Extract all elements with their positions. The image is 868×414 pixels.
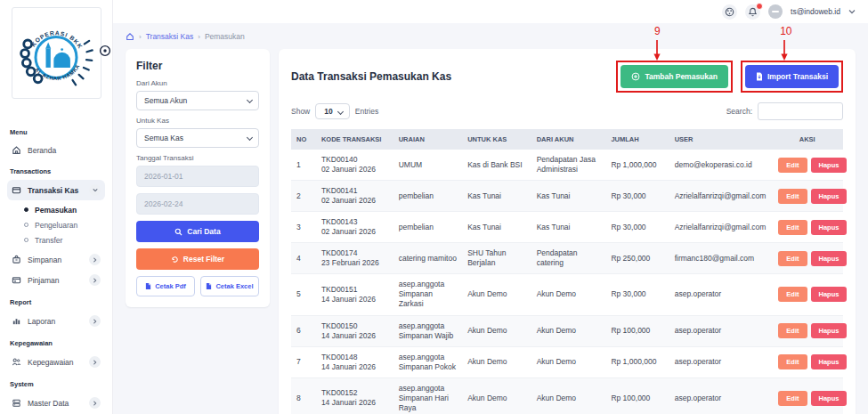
- logo: KOPERASI BKKA AL AZHAR HAMKA: [12, 7, 101, 99]
- cell-user: asep.operator: [669, 377, 772, 414]
- cell-uraian: pembelian: [393, 181, 463, 212]
- delete-button[interactable]: Hapus: [811, 251, 848, 266]
- cell-dari-akun: Akun Demo: [531, 346, 606, 377]
- radio-dot-icon: [99, 45, 111, 57]
- cell-untuk-kas: SHU Tahun Berjalan: [462, 243, 531, 274]
- col-user[interactable]: USER: [669, 129, 772, 150]
- chevron-right-icon: [89, 356, 101, 368]
- transaction-date: 02 Januari 2026: [321, 196, 388, 206]
- chevron-right-icon: [89, 254, 101, 265]
- cell-aksi: EditHapus: [771, 377, 843, 414]
- delete-button[interactable]: Hapus: [811, 391, 848, 406]
- chevron-down-icon[interactable]: [848, 9, 856, 14]
- col-jumlah[interactable]: JUMLAH: [605, 129, 669, 150]
- edit-button[interactable]: Edit: [778, 391, 807, 406]
- sidebar-item-pinjaman[interactable]: Pinjaman: [7, 270, 105, 290]
- delete-button[interactable]: Hapus: [811, 354, 848, 369]
- col-untuk-kas[interactable]: UNTUK KAS: [462, 129, 531, 150]
- theme-toggle-button[interactable]: [722, 4, 737, 20]
- import-file-icon: [756, 72, 763, 81]
- tambah-pemasukan-button[interactable]: Tambah Pemasukan: [621, 65, 728, 88]
- cell-kode-transaksi: TKD0015014 Januari 2026: [316, 315, 393, 346]
- sidebar-item-transaksi-kas[interactable]: Transaksi Kas: [7, 180, 105, 200]
- sidebar-item-label: Beranda: [28, 146, 56, 155]
- sidebar-subitem-pengeluaran[interactable]: Pengeluaran: [14, 217, 105, 232]
- cell-no: 1: [291, 150, 316, 181]
- cell-user: Azrielalfanrizqi@gmail.com: [669, 212, 772, 243]
- untuk-kas-select[interactable]: Semua Kas: [136, 128, 259, 148]
- sidebar-item-kepegawaian[interactable]: Kepegawaian: [7, 352, 105, 372]
- delete-button[interactable]: Hapus: [811, 287, 848, 302]
- sidebar-collapse-toggle[interactable]: [99, 45, 111, 57]
- search-input[interactable]: [758, 102, 843, 120]
- date-to-input[interactable]: 2026-02-24: [136, 193, 259, 215]
- transaction-date: 14 Januari 2026: [321, 398, 388, 408]
- home-icon[interactable]: [126, 32, 134, 41]
- sidebar-item-label: Laporan: [28, 317, 55, 326]
- sidebar-item-laporan[interactable]: Laporan: [7, 311, 105, 331]
- delete-button[interactable]: Hapus: [811, 158, 848, 173]
- cell-kode-transaksi: TKD0017423 Februari 2026: [316, 243, 393, 274]
- main-content: › Transaksi Kas › Pemasukan Filter Dari …: [113, 23, 868, 414]
- edit-button[interactable]: Edit: [778, 158, 807, 173]
- cell-jumlah: Rp 1,000,000: [605, 150, 669, 181]
- delete-button[interactable]: Hapus: [811, 323, 848, 338]
- edit-button[interactable]: Edit: [778, 323, 807, 338]
- edit-button[interactable]: Edit: [778, 354, 807, 369]
- sidebar: KOPERASI BKKA AL AZHAR HAMKA Menu Berand…: [0, 0, 113, 414]
- cell-untuk-kas: Kas Tunai: [462, 181, 531, 212]
- avatar[interactable]: [768, 4, 783, 19]
- reset-filter-button[interactable]: Reset Filter: [136, 248, 259, 270]
- edit-button[interactable]: Edit: [778, 189, 807, 204]
- sidebar-subitem-pemasukan[interactable]: Pemasukan: [14, 202, 105, 217]
- pdf-file-icon: [145, 282, 151, 290]
- sidebar-item-master-data[interactable]: Master Data: [7, 393, 105, 413]
- cetak-pdf-button[interactable]: Cetak Pdf: [136, 276, 195, 296]
- tambah-pemasukan-label: Tambah Pemasukan: [645, 72, 718, 81]
- sidebar-item-beranda[interactable]: Beranda: [7, 141, 105, 159]
- import-transaksi-button[interactable]: Import Transaksi: [745, 65, 839, 88]
- col-dari-akun[interactable]: DARI AKUN: [531, 129, 606, 150]
- col-no[interactable]: NO: [291, 129, 316, 150]
- cell-kode-transaksi: TKD0014814 Januari 2026: [316, 346, 393, 377]
- cell-jumlah: Rp 100,000: [605, 377, 669, 414]
- cell-uraian: catering mamitoo: [393, 243, 463, 274]
- cetak-excel-button[interactable]: Cetak Excel: [200, 276, 259, 296]
- transactions-card: Data Transaksi Pemasukan Kas 9 Tambah Pe…: [279, 49, 856, 414]
- annotation-frame-add: 9 Tambah Pemasukan: [616, 61, 733, 93]
- sidebar-subitem-label: Transfer: [35, 236, 62, 245]
- delete-button[interactable]: Hapus: [811, 220, 848, 235]
- topbar: ts@indoweb.id: [0, 0, 868, 23]
- breadcrumb-link-transaksi-kas[interactable]: Transaksi Kas: [146, 32, 194, 41]
- filter-title: Filter: [136, 60, 259, 72]
- section-label-report: Report: [10, 298, 102, 306]
- cell-kode-transaksi: TKD0015114 Januari 2026: [316, 274, 393, 315]
- entries-label: Entries: [355, 107, 378, 116]
- cari-data-label: Cari Data: [187, 227, 220, 236]
- notifications-button[interactable]: [745, 4, 760, 20]
- cell-user: asep.operator: [669, 274, 772, 315]
- delete-button[interactable]: Hapus: [811, 189, 848, 204]
- cari-data-button[interactable]: Cari Data: [136, 221, 259, 242]
- cell-no: 2: [291, 181, 316, 212]
- edit-button[interactable]: Edit: [778, 287, 807, 302]
- cell-aksi: EditHapus: [771, 243, 843, 274]
- sidebar-item-simpanan[interactable]: Simpanan: [7, 249, 105, 270]
- edit-button[interactable]: Edit: [778, 220, 807, 235]
- sidebar-item-label: Transaksi Kas: [28, 186, 78, 195]
- cell-kode-transaksi: TKD0014302 Januari 2026: [316, 212, 393, 243]
- date-from-input[interactable]: 2026-01-01: [136, 166, 259, 187]
- page-size-select[interactable]: 10: [315, 103, 349, 119]
- cell-dari-akun: Akun Demo: [531, 315, 606, 346]
- cell-user: asep.operator: [669, 346, 772, 377]
- col-kode-transaksi[interactable]: KODE TRANSAKSI: [316, 129, 393, 150]
- cell-jumlah: Rp 100,000: [605, 315, 669, 346]
- dari-akun-select[interactable]: Semua Akun: [136, 91, 259, 110]
- cell-no: 4: [291, 243, 316, 274]
- cell-jumlah: Rp 250,000: [605, 243, 669, 274]
- table-row: 8TKD0015214 Januari 2026asep.anggota Sim…: [291, 377, 843, 414]
- edit-button[interactable]: Edit: [778, 251, 807, 266]
- bar-chart-icon: [12, 316, 21, 326]
- sidebar-subitem-transfer[interactable]: Transfer: [14, 232, 105, 248]
- col-uraian[interactable]: URAIAN: [393, 129, 463, 150]
